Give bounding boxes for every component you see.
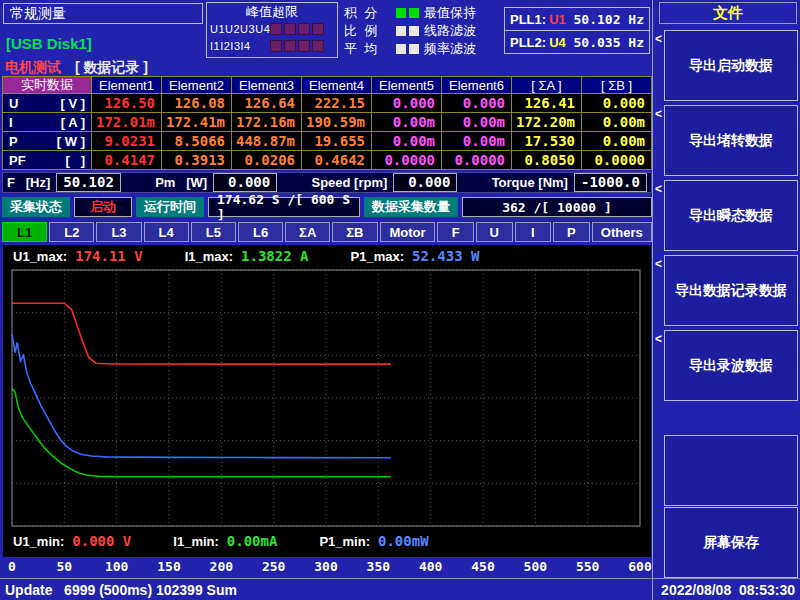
i1-max-value: 1.3822 A xyxy=(241,248,308,264)
measurement-value-cell: 0.00m xyxy=(372,132,442,151)
measurement-value-cell: 222.15 xyxy=(302,94,372,113)
average-indicator xyxy=(396,44,406,54)
measurement-value-cell: 126.50 xyxy=(92,94,162,113)
export-stall-data-button[interactable]: 导出堵转数据 xyxy=(664,105,798,176)
tab-sigma-b[interactable]: ΣB xyxy=(332,222,377,242)
mode-title: 常规测量 xyxy=(10,5,66,21)
quantity-unit: [ ] xyxy=(66,153,86,168)
chevron-left-icon: < xyxy=(655,257,662,271)
runtime-label: 运行时间 xyxy=(136,197,204,217)
measurement-value-cell: 172.41m xyxy=(162,113,232,132)
runtime-value: 174.62 S /[ 600 S ] xyxy=(208,197,360,217)
pll1-box: PLL1: U1 50.102 Hz xyxy=(504,7,650,31)
x-axis-tick-label: 350 xyxy=(367,559,390,574)
chevron-left-icon: < xyxy=(655,332,662,346)
i1-max-stat: I1_max: 1.3822 A xyxy=(185,248,309,264)
quantity-symbol: I xyxy=(9,115,13,130)
measurement-value-cell: 0.000 xyxy=(372,94,442,113)
quantity-unit: [ W ] xyxy=(57,134,85,149)
tab-l1[interactable]: L1 xyxy=(2,222,47,242)
pll1-source: U1 xyxy=(549,12,566,27)
acquisition-status-row: 采集状态 启动 运行时间 174.62 S /[ 600 S ] 数据采集数量 … xyxy=(2,197,652,217)
peak-indicator-u1 xyxy=(270,23,282,35)
tab-l2[interactable]: L2 xyxy=(49,222,94,242)
tab-l6[interactable]: L6 xyxy=(238,222,283,242)
i1-min-value: 0.00mA xyxy=(227,533,278,549)
tab-l5[interactable]: L5 xyxy=(191,222,236,242)
display-tabs: L1 L2 L3 L4 L5 L6 ΣA ΣB Motor F U I P Ot… xyxy=(2,222,652,242)
tab-f[interactable]: F xyxy=(437,222,474,242)
measurement-value-cell: 0.0000 xyxy=(372,151,442,170)
scaling-indicator xyxy=(396,26,406,36)
chevron-left-icon: < xyxy=(655,32,662,46)
sample-count-value: 362 /[ 10000 ] xyxy=(462,197,652,217)
chart-max-stats: U1_max: 174.11 V I1_max: 1.3822 A P1_max… xyxy=(13,248,479,264)
acquisition-status-value: 启动 xyxy=(74,197,132,217)
tab-sigma-a[interactable]: ΣA xyxy=(285,222,330,242)
export-waveform-data-button[interactable]: 导出录波数据 xyxy=(664,330,798,401)
row-label-pf: PF[ ] xyxy=(3,151,92,170)
measurement-value-cell: 0.00m xyxy=(442,113,512,132)
tab-u[interactable]: U xyxy=(476,222,513,242)
tab-others[interactable]: Others xyxy=(592,222,652,242)
column-header-6: Element6 xyxy=(442,77,512,94)
blank-softkey-button[interactable] xyxy=(664,435,798,506)
u1-max-label: U1_max: xyxy=(13,249,67,264)
column-header-2: Element2 xyxy=(162,77,232,94)
max-hold-indicator xyxy=(409,8,419,18)
freq-filter-label: 频率滤波 xyxy=(424,40,476,58)
tab-l3[interactable]: L3 xyxy=(96,222,141,242)
u1-min-stat: U1_min: 0.000 V xyxy=(13,533,131,549)
peak-row-current: I1I2I3I4 xyxy=(210,37,334,54)
column-header-5: Element5 xyxy=(372,77,442,94)
realtime-measurement-table: 实时数据Element1Element2Element3Element4Elem… xyxy=(2,76,652,170)
quantity-symbol: PF xyxy=(9,153,26,168)
export-transient-data-button[interactable]: 导出瞬态数据 xyxy=(664,180,798,251)
measurement-value-cell: 0.0206 xyxy=(232,151,302,170)
screen-save-button[interactable]: 屏幕保存 xyxy=(664,507,798,578)
row-label-p: P[ W ] xyxy=(3,132,92,151)
column-header-8: [ ΣB ] xyxy=(582,77,652,94)
pll2-box: PLL2: U4 50.035 Hz xyxy=(504,30,650,54)
power-analyzer-screen: 常规测量 [USB Disk1] 峰值超限 U1U2U3U4 I1I2I3I4 … xyxy=(0,0,800,600)
acquisition-status-label: 采集状态 xyxy=(2,197,70,217)
p1-max-stat: P1_max: 52.433 W xyxy=(351,248,480,264)
x-axis-tick-label: 600 xyxy=(628,559,651,574)
export-startup-data-button[interactable]: 导出启动数据 xyxy=(664,30,798,101)
peak-voltage-channels: U1U2U3U4 xyxy=(210,23,270,35)
measurement-value-cell: 9.0231 xyxy=(92,132,162,151)
frequency-value: 50.102 xyxy=(56,173,121,192)
chevron-left-icon: < xyxy=(655,107,662,121)
line-filter-indicator xyxy=(409,26,419,36)
table-corner-realtime-data: 实时数据 xyxy=(3,77,92,94)
trace-P1 xyxy=(12,334,391,458)
tab-motor[interactable]: Motor xyxy=(380,222,436,242)
x-axis-tick-label: 150 xyxy=(157,559,180,574)
export-data-record-button[interactable]: 导出数据记录数据 xyxy=(664,255,798,326)
pll2-label: PLL2: xyxy=(510,35,546,50)
i1-min-label: I1_min: xyxy=(173,534,219,549)
measurement-value-cell: 0.000 xyxy=(582,94,652,113)
pll1-frequency: 50.102 Hz xyxy=(574,12,644,27)
line-filter-label: 线路滤波 xyxy=(424,22,476,40)
sample-count-label: 数据采集数量 xyxy=(364,197,458,217)
measurement-value-cell: 172.01m xyxy=(92,113,162,132)
test-mode-bar: 电机测试 [ 数据记录 ] xyxy=(5,59,148,77)
tab-l4[interactable]: L4 xyxy=(144,222,189,242)
u1-max-stat: U1_max: 174.11 V xyxy=(13,248,143,264)
flag-row-integration: 积 分 最值保持 xyxy=(344,4,512,22)
x-axis-tick-label: 300 xyxy=(314,559,337,574)
peak-indicator-i2 xyxy=(284,40,296,52)
i1-max-label: I1_max: xyxy=(185,249,233,264)
torque-value: -1000.0 xyxy=(574,173,647,192)
x-axis-tick-label: 250 xyxy=(262,559,285,574)
measurement-value-cell: 172.16m xyxy=(232,113,302,132)
tab-p[interactable]: P xyxy=(553,222,590,242)
row-label-u: U[ V ] xyxy=(3,94,92,113)
tab-i[interactable]: I xyxy=(515,222,552,242)
u1-min-label: U1_min: xyxy=(13,534,64,549)
usb-disk-label: [USB Disk1] xyxy=(6,35,92,52)
freq-filter-indicator xyxy=(409,44,419,54)
column-header-3: Element3 xyxy=(232,77,302,94)
p1-max-label: P1_max: xyxy=(351,249,404,264)
